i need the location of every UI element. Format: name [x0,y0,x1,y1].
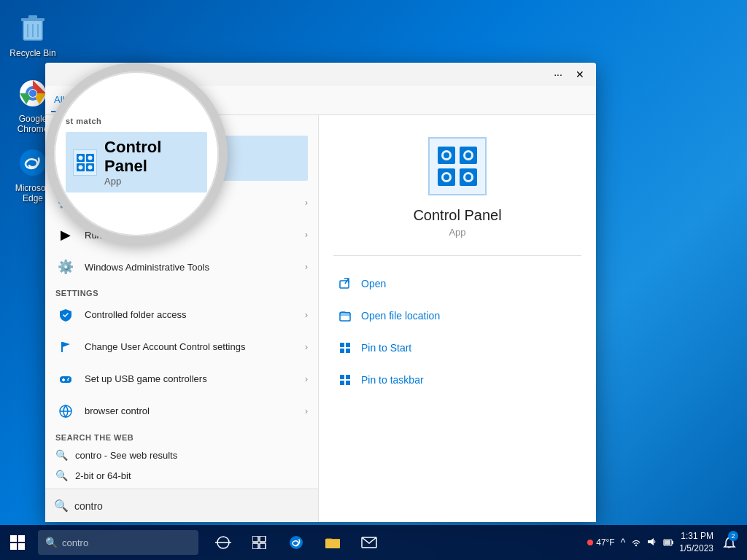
recycle-bin-label: Recycle Bin [9,48,55,58]
mag-item: Control Panel App [66,132,207,192]
weather-temp: 47°F [596,537,614,548]
result-item-win-admin[interactable]: ⚙️ Windows Administrative Tools › [45,251,318,283]
magnify-content: st match [54,71,219,236]
result-winadmin-icon: ⚙️ [55,257,76,277]
shield-icon [55,305,76,325]
edge-taskbar-button[interactable] [279,525,314,560]
settings-item-usb-game[interactable]: Set up USB game controllers › [45,363,318,395]
start-button[interactable] [0,525,35,560]
svg-rect-39 [340,281,349,288]
svg-rect-41 [340,313,350,321]
settings-item-uac[interactable]: Change User Account Control settings › [45,331,318,363]
search-web-item-1[interactable]: 🔍 contro - See web results [55,445,308,465]
chevron-up-icon[interactable]: ^ [619,535,627,550]
date-display: 1/5/2023 [679,542,713,555]
flag-icon [55,337,76,357]
search-right-panel: Control Panel App Open Open file locatio… [319,115,596,522]
search-input[interactable] [74,500,309,512]
svg-rect-59 [18,535,25,542]
desktop: Recycle Bin GoogleChrome MicrosoftEdge [0,0,747,560]
settings-browser-text: browser control [85,405,296,418]
svg-point-38 [465,174,471,180]
taskbar-icons [206,525,387,560]
settings-item-browser-control[interactable]: browser control › [45,395,318,427]
taskbar-search-icon: 🔍 [45,537,58,548]
taskbar-right: 47°F ^ 1:31 PM 1/5/2023 [587,525,747,560]
svg-point-36 [465,152,471,158]
taskbar-search-text: contro [62,537,88,548]
svg-rect-46 [340,375,344,379]
search-icon: 🔍 [54,499,69,513]
svg-point-35 [444,152,449,158]
svg-rect-19 [61,342,63,352]
svg-rect-43 [346,343,350,347]
settings-usbgame-text: Set up USB game controllers [85,373,296,386]
chevron-right-icon-4: › [305,310,308,320]
svg-rect-69 [325,539,340,548]
svg-rect-58 [10,535,17,542]
mag-subtitle: App [104,176,200,187]
notification-button[interactable]: 2 [718,525,741,560]
multitask-button[interactable] [242,525,277,560]
system-tray: ^ [619,535,676,551]
search-web-text-1: contro - See web results [75,450,177,461]
svg-rect-64 [252,536,258,542]
svg-point-68 [290,536,303,549]
svg-rect-45 [346,349,350,353]
notification-badge: 2 [728,531,738,541]
mail-button[interactable] [352,525,387,560]
chevron-right-icon-3: › [305,262,308,272]
search-input-area: 🔍 [45,489,318,522]
open-icon [336,275,354,292]
magnify-overlay: st match [45,63,228,245]
mag-best-match-label: st match [66,115,101,126]
svg-point-71 [635,544,637,545]
svg-marker-72 [648,538,654,545]
battery-icon[interactable] [662,535,675,550]
task-view-button[interactable] [206,525,241,560]
app-type-large: App [449,227,465,238]
taskbar: 🔍 contro [0,525,747,560]
window-close-button[interactable]: ✕ [570,64,590,85]
window-ellipsis-button[interactable]: ··· [548,64,568,85]
result-run-icon: ▶ [55,225,76,245]
chevron-right-icon-7: › [305,406,308,416]
action-pin-taskbar[interactable]: Pin to taskbar [333,364,581,396]
svg-point-54 [78,155,82,160]
svg-point-9 [29,90,36,97]
mag-title: Control Panel [104,138,200,176]
svg-rect-75 [665,540,670,545]
file-location-icon [336,307,354,324]
action-pin-start[interactable]: Pin to Start [333,332,581,364]
action-pin-start-label: Pin to Start [361,342,411,354]
svg-rect-48 [340,381,344,385]
taskbar-search-bar[interactable]: 🔍 contro [38,530,198,555]
network-icon[interactable] [630,535,643,551]
chevron-right-icon: › [305,198,308,208]
settings-item-controlled-folder[interactable]: Controlled folder access › [45,299,318,331]
svg-rect-20 [60,376,71,383]
search-web-item-2[interactable]: 🔍 2-bit or 64-bit [55,465,308,486]
file-explorer-button[interactable] [315,525,350,560]
weather-display[interactable]: 47°F [587,537,614,548]
sound-icon[interactable] [646,535,659,551]
svg-rect-42 [340,343,344,347]
svg-point-37 [444,174,449,180]
clock-display[interactable]: 1:31 PM 1/5/2023 [679,530,713,555]
chevron-right-icon-6: › [305,374,308,384]
search-web-section: Search the web 🔍 contro - See web result… [45,427,318,489]
svg-rect-60 [10,543,17,550]
action-open-file-location[interactable]: Open file location [333,300,581,332]
pin-taskbar-icon [336,371,354,389]
control-panel-icon-large [428,137,487,195]
action-open[interactable]: Open [333,268,581,300]
gamepad-icon [55,369,76,389]
search-web-icon-1: 🔍 [55,449,68,461]
svg-point-56 [78,165,82,169]
search-web-text-2: 2-bit or 64-bit [75,470,131,481]
desktop-icon-recycle-bin[interactable]: Recycle Bin [4,7,62,61]
time-display: 1:31 PM [679,530,713,542]
svg-rect-65 [260,536,266,542]
svg-rect-66 [252,543,258,549]
svg-rect-44 [340,349,344,353]
